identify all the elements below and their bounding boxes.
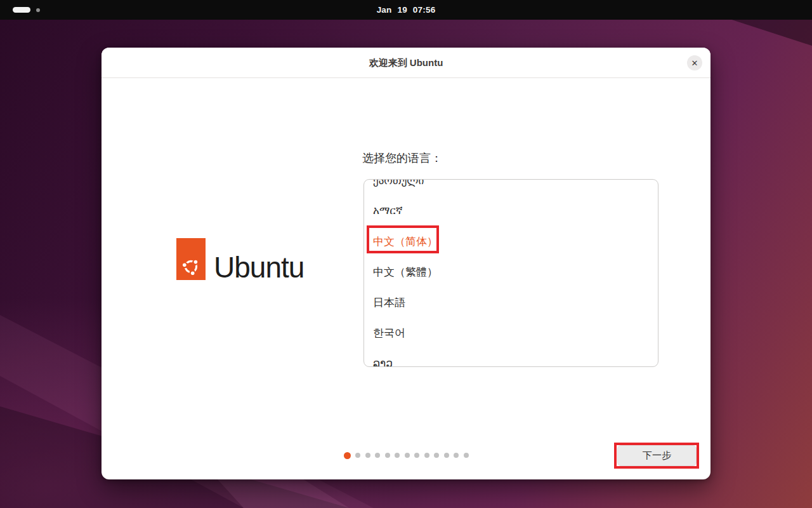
language-option-label: ქართული [373, 179, 424, 187]
language-option[interactable]: ລາວ [364, 348, 658, 367]
language-option[interactable]: 한국어 [364, 318, 658, 348]
language-option-selected[interactable]: 中文（简体） [364, 226, 658, 257]
page-dot [395, 453, 400, 458]
page-dot-active [344, 452, 351, 459]
page-dot [355, 453, 360, 458]
page-dot [385, 453, 390, 458]
language-option[interactable]: 中文（繁體） [364, 257, 658, 287]
clock-menu[interactable]: Jan 19 07:56 [0, 0, 812, 20]
language-list-inner: ქართული አማርኛ 中文（简体） 中文（繁體） 日本語 한국어 ລາວ [364, 179, 658, 367]
page-dot [454, 453, 459, 458]
language-option[interactable]: 日本語 [364, 287, 658, 318]
titlebar: 欢迎来到 Ubuntu ✕ [102, 48, 710, 78]
language-option-label: ລາວ [373, 357, 393, 368]
next-button[interactable]: 下一步 [617, 445, 697, 466]
page-dot [464, 453, 469, 458]
page-dot [375, 453, 380, 458]
top-bar: Jan 19 07:56 [0, 0, 812, 20]
language-option[interactable]: ქართული [364, 179, 658, 196]
close-button[interactable]: ✕ [687, 55, 702, 70]
close-icon: ✕ [691, 58, 698, 68]
language-option-label: 中文（繁體） [373, 265, 438, 279]
page-dot [444, 453, 449, 458]
language-option-label: 한국어 [373, 326, 405, 340]
page-dot [434, 453, 439, 458]
language-option[interactable]: አማርኛ [364, 196, 658, 226]
language-list[interactable]: ქართული አማርኛ 中文（简体） 中文（繁體） 日本語 한국어 ລາວ [363, 179, 658, 367]
language-prompt: 选择您的语言： [362, 150, 442, 166]
language-option-label: 日本語 [373, 295, 405, 310]
installer-window: 欢迎来到 Ubuntu ✕ Ubuntu 选择您的语言： ქართულ [102, 48, 710, 479]
language-option-label: አማርኛ [373, 204, 403, 217]
page-dot [414, 453, 419, 458]
page-dot [365, 453, 370, 458]
window-title: 欢迎来到 Ubuntu [102, 48, 710, 78]
ubuntu-logo: Ubuntu [176, 238, 304, 280]
language-option-label: 中文（简体） [373, 234, 438, 249]
page-dot [405, 453, 410, 458]
page-dot [424, 453, 429, 458]
ubuntu-logo-icon [176, 238, 206, 280]
ubuntu-wordmark: Ubuntu [214, 256, 304, 280]
